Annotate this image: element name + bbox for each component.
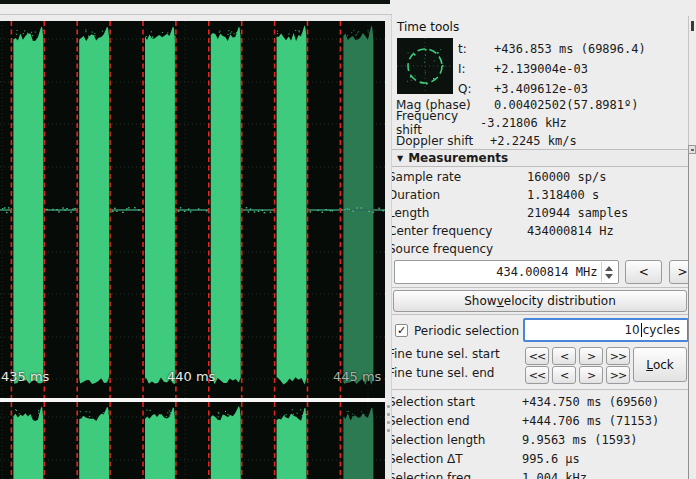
selection-freq-value: 1.004 kHz: [522, 471, 587, 479]
mag-phase-value: 0.00402502(57.8981º): [494, 98, 639, 112]
frequency-spinner-arrows[interactable]: [601, 262, 616, 282]
periodic-selection-label: Periodic selection: [414, 324, 519, 338]
t-readout: t: +436.853 ms (69896.4): [458, 39, 646, 59]
selection-freq-label: Selection freq: [392, 471, 522, 479]
sample-rate-label: Sample rate: [392, 170, 527, 184]
end-step-fwd-fast-button[interactable]: >>: [606, 366, 630, 384]
doppler-shift-row: Doppler shift +2.2245 km/s: [396, 132, 577, 150]
doppler-shift-label: Doppler shift: [396, 134, 490, 148]
source-frequency-label: Source frequency: [392, 242, 527, 256]
clipped-text-fragment: [691, 21, 694, 31]
fine-tune-start-buttons: << < > >>: [525, 347, 633, 365]
show-velocity-distribution-button[interactable]: Show velocity distribution: [393, 290, 687, 312]
cycles-input[interactable]: 10 cycles: [523, 318, 689, 342]
time-tools-title: Time tools: [397, 20, 459, 34]
center-frequency-label: Center frequency: [392, 224, 527, 238]
q-value: +3.409612e-03: [494, 82, 588, 96]
length-row: Length 210944 samples: [392, 204, 692, 222]
length-label: Length: [392, 206, 527, 220]
text-cursor: [641, 323, 642, 337]
measurements-section-header[interactable]: ▼ Measurements: [392, 149, 688, 167]
scroll-up-widget[interactable]: [688, 145, 696, 154]
selection-end-label: Selection end: [392, 414, 522, 428]
fine-tune-end-label: Fine tune sel. end: [392, 366, 494, 380]
cycles-value: 10: [624, 323, 639, 337]
end-step-back-button[interactable]: <: [552, 366, 576, 384]
selection-start-value: +434.750 ms (69560): [522, 395, 659, 409]
fine-tune-start-label: Fine tune sel. start: [392, 347, 500, 361]
start-step-back-button[interactable]: <: [552, 347, 576, 365]
analysis-side-panel: Time tools t: +436.853 ms (69896.4) I: +…: [392, 0, 696, 479]
end-step-fwd-button[interactable]: >: [579, 366, 603, 384]
lock-button[interactable]: Lock: [633, 347, 687, 382]
spinner-up-icon[interactable]: [605, 266, 613, 271]
duration-row: Duration 1.318400 s: [392, 186, 692, 204]
duration-value: 1.318400 s: [527, 188, 599, 202]
frequency-tune-row: 434.000814 MHz < >: [394, 260, 696, 286]
start-step-fwd-fast-button[interactable]: >>: [606, 347, 630, 365]
selection-start-row: Selection start +434.750 ms (69560): [392, 393, 692, 411]
app-window: 435 ms440 ms445 ms Time tools t: +436.85…: [0, 0, 696, 479]
selection-end-row: Selection end +444.706 ms (71153): [392, 412, 692, 430]
selection-freq-row: Selection freq 1.004 kHz: [392, 469, 692, 479]
separator: [392, 314, 688, 315]
start-step-fwd-button[interactable]: >: [579, 347, 603, 365]
sample-rate-value: 160000 sp/s: [527, 170, 606, 184]
i-readout: I: +2.139004e-03: [458, 59, 646, 79]
separator: [392, 287, 688, 288]
selection-start-label: Selection start: [392, 395, 522, 409]
time-plot-secondary[interactable]: [0, 402, 385, 479]
selection-deltat-label: Selection ΔT: [392, 452, 522, 466]
i-label: I:: [458, 62, 494, 76]
time-axis-label: 440 ms: [167, 369, 215, 384]
cursor-readout-block: t: +436.853 ms (69896.4) I: +2.139004e-0…: [458, 39, 646, 99]
center-frequency-row: Center frequency 434000814 Hz: [392, 222, 692, 240]
time-axis-label: 435 ms: [1, 369, 49, 384]
sample-rate-row: Sample rate 160000 sp/s: [392, 168, 692, 186]
clipped-plot-above: [0, 0, 390, 4]
selection-end-value: +444.706 ms (71153): [522, 414, 659, 428]
start-step-back-fast-button[interactable]: <<: [525, 347, 549, 365]
separator: [392, 389, 688, 390]
frequency-shift-row: Frequency shift -3.21806 kHz: [396, 114, 567, 132]
length-value: 210944 samples: [527, 206, 628, 220]
frequency-shift-value: -3.21806 kHz: [480, 116, 567, 130]
q-label: Q:: [458, 82, 494, 96]
center-frequency-value: 434000814 Hz: [527, 224, 614, 238]
t-label: t:: [458, 42, 494, 56]
end-step-back-fast-button[interactable]: <<: [525, 366, 549, 384]
vertical-splitter-handle[interactable]: [385, 15, 392, 479]
selection-length-row: Selection length 9.9563 ms (1593): [392, 431, 692, 449]
duration-label: Duration: [392, 188, 527, 202]
i-value: +2.139004e-03: [494, 62, 588, 76]
selection-deltat-value: 995.6 µs: [522, 452, 580, 466]
measurements-title: Measurements: [408, 151, 508, 165]
selection-length-value: 9.9563 ms (1593): [522, 433, 638, 447]
selection-length-label: Selection length: [392, 433, 522, 447]
fine-tune-end-buttons: << < > >>: [525, 366, 633, 384]
frequency-prev-button[interactable]: <: [625, 260, 662, 284]
doppler-shift-value: +2.2245 km/s: [490, 134, 577, 148]
t-value: +436.853 ms (69896.4): [494, 42, 646, 56]
time-plot-main[interactable]: [0, 21, 385, 398]
collapse-arrow-icon: ▼: [397, 154, 403, 163]
selection-deltat-row: Selection ΔT 995.6 µs: [392, 450, 692, 468]
cycles-suffix: cycles: [643, 323, 680, 337]
iq-constellation-display: [397, 38, 453, 94]
frequency-input-value: 434.000814 MHz: [496, 265, 597, 279]
spinner-down-icon[interactable]: [605, 274, 613, 279]
source-frequency-row: Source frequency: [392, 240, 692, 258]
periodic-selection-row: ✓ Periodic selection 10 cycles: [395, 318, 695, 343]
time-axis-label: 445 ms: [333, 369, 381, 384]
clipped-scrollbar-area[interactable]: [688, 148, 696, 479]
periodic-selection-checkbox[interactable]: ✓: [395, 324, 408, 337]
frequency-input[interactable]: 434.000814 MHz: [394, 260, 619, 284]
